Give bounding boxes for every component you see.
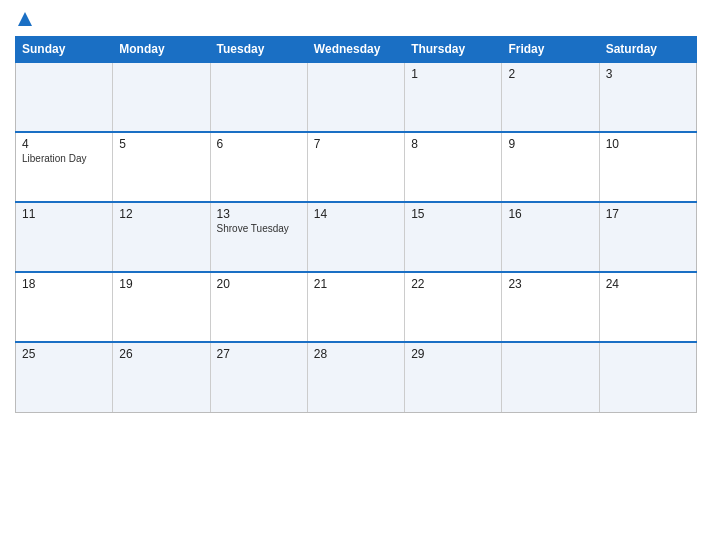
day-number: 28 (314, 347, 398, 361)
calendar-cell: 4Liberation Day (16, 132, 113, 202)
day-number: 25 (22, 347, 106, 361)
calendar-cell: 24 (599, 272, 696, 342)
calendar-week-row: 123 (16, 62, 697, 132)
calendar-cell: 22 (405, 272, 502, 342)
calendar-week-row: 18192021222324 (16, 272, 697, 342)
calendar-cell: 28 (307, 342, 404, 412)
calendar-cell: 14 (307, 202, 404, 272)
calendar-cell: 17 (599, 202, 696, 272)
calendar-container: SundayMondayTuesdayWednesdayThursdayFrid… (0, 0, 712, 550)
calendar-week-row: 111213Shrove Tuesday14151617 (16, 202, 697, 272)
calendar-cell: 27 (210, 342, 307, 412)
calendar-cell: 13Shrove Tuesday (210, 202, 307, 272)
calendar-cell: 11 (16, 202, 113, 272)
calendar-cell (307, 62, 404, 132)
day-number: 2 (508, 67, 592, 81)
calendar-cell: 9 (502, 132, 599, 202)
calendar-cell: 23 (502, 272, 599, 342)
calendar-body: 1234Liberation Day5678910111213Shrove Tu… (16, 62, 697, 412)
calendar-cell: 10 (599, 132, 696, 202)
day-number: 22 (411, 277, 495, 291)
weekday-header: Sunday (16, 37, 113, 63)
day-number: 9 (508, 137, 592, 151)
day-number: 20 (217, 277, 301, 291)
svg-marker-0 (18, 12, 32, 26)
day-number: 3 (606, 67, 690, 81)
calendar-cell: 1 (405, 62, 502, 132)
weekday-header: Monday (113, 37, 210, 63)
calendar-cell: 21 (307, 272, 404, 342)
calendar-cell: 12 (113, 202, 210, 272)
calendar-cell: 3 (599, 62, 696, 132)
event-label: Liberation Day (22, 153, 106, 164)
calendar-cell: 26 (113, 342, 210, 412)
day-number: 21 (314, 277, 398, 291)
day-number: 14 (314, 207, 398, 221)
day-number: 5 (119, 137, 203, 151)
calendar-cell: 2 (502, 62, 599, 132)
weekday-header: Wednesday (307, 37, 404, 63)
day-number: 26 (119, 347, 203, 361)
calendar-cell: 5 (113, 132, 210, 202)
event-label: Shrove Tuesday (217, 223, 301, 234)
calendar-cell: 8 (405, 132, 502, 202)
calendar-cell: 7 (307, 132, 404, 202)
weekday-header: Friday (502, 37, 599, 63)
weekday-header: Saturday (599, 37, 696, 63)
calendar-header-row: SundayMondayTuesdayWednesdayThursdayFrid… (16, 37, 697, 63)
calendar-week-row: 2526272829 (16, 342, 697, 412)
day-number: 18 (22, 277, 106, 291)
day-number: 23 (508, 277, 592, 291)
day-number: 13 (217, 207, 301, 221)
logo (15, 10, 95, 28)
day-number: 4 (22, 137, 106, 151)
calendar-cell: 18 (16, 272, 113, 342)
day-number: 6 (217, 137, 301, 151)
logo-icon (16, 10, 34, 28)
day-number: 15 (411, 207, 495, 221)
weekday-header-row: SundayMondayTuesdayWednesdayThursdayFrid… (16, 37, 697, 63)
calendar-cell: 16 (502, 202, 599, 272)
calendar-cell: 20 (210, 272, 307, 342)
weekday-header: Thursday (405, 37, 502, 63)
calendar-cell (502, 342, 599, 412)
day-number: 16 (508, 207, 592, 221)
day-number: 1 (411, 67, 495, 81)
calendar-cell: 19 (113, 272, 210, 342)
day-number: 24 (606, 277, 690, 291)
day-number: 19 (119, 277, 203, 291)
calendar-header (15, 10, 697, 28)
calendar-week-row: 4Liberation Day5678910 (16, 132, 697, 202)
calendar-cell: 29 (405, 342, 502, 412)
calendar-cell (599, 342, 696, 412)
calendar-cell (16, 62, 113, 132)
calendar-cell (210, 62, 307, 132)
day-number: 10 (606, 137, 690, 151)
day-number: 29 (411, 347, 495, 361)
day-number: 12 (119, 207, 203, 221)
day-number: 27 (217, 347, 301, 361)
calendar-cell: 6 (210, 132, 307, 202)
day-number: 11 (22, 207, 106, 221)
calendar-table: SundayMondayTuesdayWednesdayThursdayFrid… (15, 36, 697, 413)
day-number: 8 (411, 137, 495, 151)
calendar-cell: 15 (405, 202, 502, 272)
calendar-cell: 25 (16, 342, 113, 412)
weekday-header: Tuesday (210, 37, 307, 63)
day-number: 17 (606, 207, 690, 221)
calendar-cell (113, 62, 210, 132)
day-number: 7 (314, 137, 398, 151)
